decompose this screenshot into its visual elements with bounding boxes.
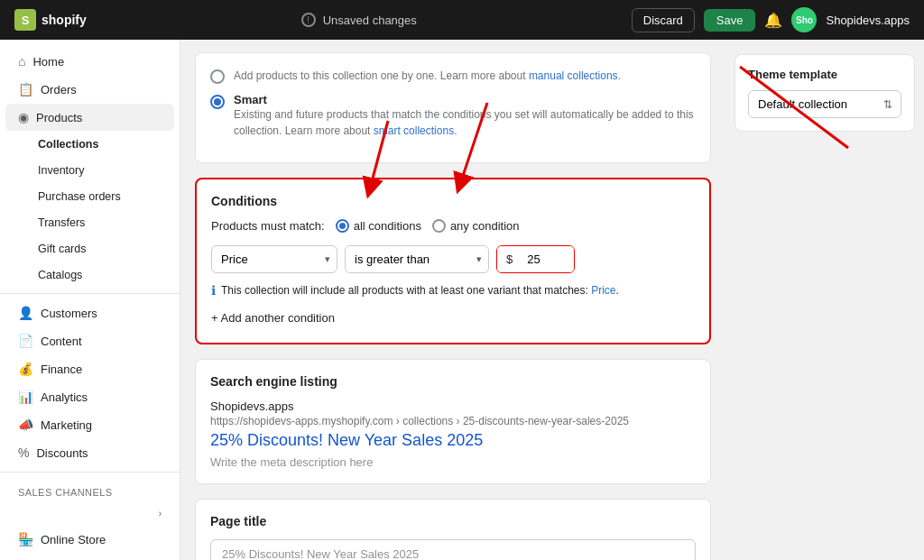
all-conditions-radio[interactable] bbox=[336, 219, 349, 233]
conditions-title: Conditions bbox=[211, 194, 695, 208]
any-condition-option[interactable]: any condition bbox=[432, 219, 520, 233]
sidebar-item-point-of-sale[interactable]: 💳 Point of Sale bbox=[5, 554, 174, 560]
sidebar-item-finance-label: Finance bbox=[41, 363, 82, 376]
sidebar-item-purchase-orders-label: Purchase orders bbox=[38, 190, 121, 203]
conditions-match-row: Products must match: all conditions any … bbox=[211, 219, 695, 233]
marketing-icon: 📣 bbox=[18, 418, 33, 432]
content-icon: 📄 bbox=[18, 334, 33, 348]
manual-type-info: Add products to this collection one by o… bbox=[234, 68, 621, 84]
sidebar-item-products-label: Products bbox=[36, 111, 82, 124]
field-select[interactable]: Price Title Type Vendor Tag bbox=[211, 245, 337, 273]
sidebar-item-marketing[interactable]: 📣 Marketing bbox=[5, 411, 174, 438]
home-icon: ⌂ bbox=[18, 54, 25, 69]
sidebar-item-online-store-label: Online Store bbox=[41, 533, 106, 546]
save-button[interactable]: Save bbox=[704, 9, 756, 32]
price-link[interactable]: Price bbox=[591, 284, 615, 297]
online-store-icon: 🏪 bbox=[18, 532, 33, 546]
add-condition-button[interactable]: + Add another condition bbox=[211, 308, 335, 328]
all-conditions-label: all conditions bbox=[354, 219, 421, 233]
price-input[interactable] bbox=[520, 246, 574, 272]
sidebar-item-gift-cards[interactable]: Gift cards bbox=[5, 236, 174, 262]
manual-collections-link[interactable]: manual collections bbox=[529, 69, 618, 82]
conditions-card: Conditions Products must match: all cond… bbox=[195, 178, 711, 344]
unsaved-icon: ! bbox=[301, 13, 316, 27]
sidebar-item-home-label: Home bbox=[32, 55, 64, 69]
sidebar-item-inventory-label: Inventory bbox=[38, 164, 84, 177]
sidebar: ⌂ Home 📋 Orders ◉ Products Collections I… bbox=[0, 40, 180, 560]
page-title-input[interactable] bbox=[210, 539, 696, 560]
smart-type-desc: Existing and future products that match … bbox=[234, 106, 696, 139]
info-icon: ℹ bbox=[211, 283, 216, 298]
info-text: This collection will include all product… bbox=[221, 282, 619, 298]
topbar-left: S shopify bbox=[14, 9, 87, 31]
sidebar-item-inventory[interactable]: Inventory bbox=[5, 158, 174, 183]
manual-type-desc: Add products to this collection one by o… bbox=[234, 68, 621, 84]
match-label: Products must match: bbox=[211, 219, 325, 233]
operator-select[interactable]: is greater than is less than is equal to bbox=[345, 245, 489, 273]
sidebar-item-orders-label: Orders bbox=[41, 83, 77, 96]
sales-channels-label: Sales channels bbox=[0, 478, 180, 501]
notification-bell-icon[interactable]: 🔔 bbox=[764, 12, 782, 29]
sidebar-item-purchase-orders[interactable]: Purchase orders bbox=[5, 184, 174, 209]
sidebar-item-discounts-label: Discounts bbox=[36, 446, 88, 460]
sidebar-item-transfers[interactable]: Transfers bbox=[5, 210, 174, 235]
sidebar-item-online-store[interactable]: 🏪 Online Store bbox=[5, 526, 174, 553]
main-content-area: Add products to this collection one by o… bbox=[180, 40, 924, 560]
discard-button[interactable]: Discard bbox=[632, 8, 695, 32]
theme-template-select[interactable]: Default collection Custom bbox=[748, 90, 901, 118]
any-condition-label: any condition bbox=[450, 219, 520, 233]
store-name: Shopidevs.apps bbox=[826, 14, 910, 27]
layout: ⌂ Home 📋 Orders ◉ Products Collections I… bbox=[0, 40, 924, 560]
price-prefix: $ bbox=[497, 246, 520, 272]
sidebar-item-finance[interactable]: 💰 Finance bbox=[5, 355, 174, 382]
chevron-right-icon: › bbox=[159, 509, 162, 519]
seo-meta-placeholder: Write the meta description here bbox=[210, 455, 696, 469]
operator-select-wrapper: is greater than is less than is equal to bbox=[345, 245, 489, 273]
any-condition-radio[interactable] bbox=[432, 219, 446, 233]
sidebar-item-collections[interactable]: Collections bbox=[5, 132, 174, 157]
sidebar-item-collections-label: Collections bbox=[38, 138, 98, 151]
manual-radio[interactable] bbox=[210, 69, 225, 84]
sidebar-item-customers[interactable]: 👤 Customers bbox=[5, 299, 174, 326]
smart-collections-link[interactable]: smart collections bbox=[374, 124, 454, 137]
theme-template-card: Theme template Default collection Custom bbox=[735, 54, 915, 132]
sidebar-item-content-label: Content bbox=[41, 335, 82, 348]
smart-type-title: Smart bbox=[234, 93, 696, 106]
sidebar-item-home[interactable]: ⌂ Home bbox=[5, 48, 174, 75]
shopify-logo-icon: S bbox=[14, 9, 36, 31]
theme-template-select-wrapper: Default collection Custom bbox=[748, 90, 901, 118]
sidebar-item-gift-cards-label: Gift cards bbox=[38, 243, 87, 255]
sidebar-item-analytics[interactable]: 📊 Analytics bbox=[5, 383, 174, 410]
sidebar-item-catalogs[interactable]: Catalogs bbox=[5, 262, 174, 288]
sidebar-item-customers-label: Customers bbox=[41, 307, 97, 320]
price-input-wrapper: $ bbox=[496, 245, 575, 273]
finance-icon: 💰 bbox=[18, 362, 33, 376]
sidebar-item-products[interactable]: ◉ Products bbox=[5, 104, 174, 131]
sidebar-item-orders[interactable]: 📋 Orders bbox=[5, 76, 174, 103]
orders-icon: 📋 bbox=[18, 82, 33, 96]
seo-url: https://shopidevs-apps.myshopify.com › c… bbox=[210, 415, 696, 427]
field-select-wrapper: Price Title Type Vendor Tag bbox=[211, 245, 337, 273]
sidebar-item-marketing-label: Marketing bbox=[41, 418, 92, 432]
page-title-label: Page title bbox=[210, 514, 696, 528]
seo-section-title: Search engine listing bbox=[210, 374, 696, 389]
manual-type-row: Add products to this collection one by o… bbox=[210, 68, 696, 84]
sidebar-item-discounts[interactable]: % Discounts bbox=[5, 439, 174, 466]
sidebar-item-analytics-label: Analytics bbox=[41, 390, 88, 404]
analytics-icon: 📊 bbox=[18, 390, 33, 404]
smart-radio[interactable] bbox=[210, 95, 225, 109]
customers-icon: 👤 bbox=[18, 306, 33, 320]
sidebar-item-content[interactable]: 📄 Content bbox=[5, 327, 174, 354]
topbar-center: ! Unsaved changes bbox=[301, 13, 417, 27]
sidebar-item-catalogs-label: Catalogs bbox=[38, 269, 82, 281]
smart-type-row: Smart Existing and future products that … bbox=[210, 93, 696, 139]
avatar: Sho bbox=[791, 7, 817, 32]
topbar-right: Discard Save 🔔 Sho Shopidevs.apps bbox=[632, 7, 910, 32]
smart-type-info: Smart Existing and future products that … bbox=[234, 93, 696, 139]
seo-card: Search engine listing Shopidevs.apps htt… bbox=[195, 359, 711, 484]
all-conditions-option[interactable]: all conditions bbox=[336, 219, 421, 233]
sidebar-item-transfers-label: Transfers bbox=[38, 216, 85, 229]
sidebar-item-sales-channels-expand[interactable]: › bbox=[5, 502, 174, 525]
info-row: ℹ This collection will include all produ… bbox=[211, 282, 695, 298]
collection-type-card: Add products to this collection one by o… bbox=[195, 52, 711, 163]
